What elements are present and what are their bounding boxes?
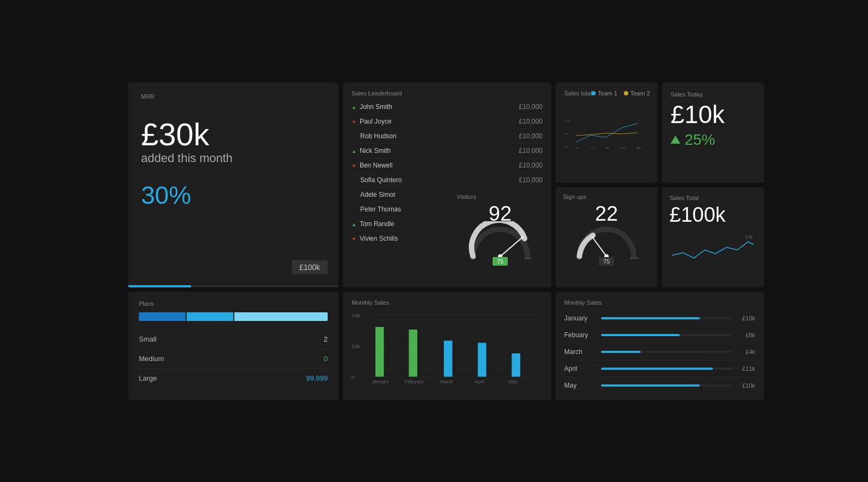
- svg-text:50%: 50%: [565, 132, 570, 135]
- monthly-right-row: May £10k: [564, 377, 755, 394]
- plans-seg-2: [187, 312, 233, 321]
- svg-text:Jan: Jan: [576, 146, 580, 149]
- plans-card: Plans Small 2 Medium 0 Large 99,999: [128, 292, 339, 400]
- sales-total-title: Sales Total: [669, 195, 756, 201]
- leaderboard-row: ▲Nick Smith£10,000: [352, 144, 542, 158]
- mrr-title: MRR: [141, 93, 326, 100]
- svg-text:20k: 20k: [352, 312, 360, 318]
- plans-title: Plans: [139, 300, 328, 307]
- visitors-gauge-svg: 0 100: [465, 221, 535, 259]
- svg-text:March: March: [440, 378, 454, 384]
- sales-today-card: Sales Today £10k 25%: [662, 82, 764, 183]
- plans-seg-1: [139, 312, 186, 321]
- svg-rect-25: [375, 326, 384, 376]
- svg-text:May: May: [508, 378, 518, 384]
- svg-text:0: 0: [352, 374, 355, 380]
- monthly-bars-svg: 20k 10k 0 January Feburary: [352, 310, 542, 386]
- monthly-sales-chart: 20k 10k 0 January Feburary: [352, 310, 542, 391]
- svg-text:May: May: [636, 146, 641, 149]
- svg-line-15: [592, 236, 607, 256]
- sparkline-container: 10k: [669, 231, 756, 266]
- svg-text:10k: 10k: [352, 343, 360, 349]
- signups-badge: 75: [599, 257, 614, 266]
- leaderboard-title: Sales Leaderboard: [352, 90, 542, 97]
- mrr-percent: 30%: [141, 181, 326, 210]
- signups-title: Sign ups: [563, 194, 650, 200]
- legend-dot-team2: [624, 91, 628, 95]
- plan-row-small: Small 2: [139, 330, 328, 349]
- svg-rect-26: [409, 329, 418, 376]
- plans-bar: [139, 312, 328, 321]
- visitors-gauge: 92 0 100 75: [457, 202, 544, 266]
- plan-row-medium: Medium 0: [139, 349, 328, 369]
- monthly-sales-card: Monthly Sales 20k 10k 0: [343, 292, 551, 400]
- today-trend: 25%: [671, 131, 755, 149]
- leaderboard-row: Sofia Quintero£10,000: [352, 173, 542, 188]
- sales-total-value: £100k: [669, 203, 756, 227]
- mrr-card: MRR £30k added this month 30% £100k: [128, 82, 339, 287]
- svg-text:0: 0: [577, 257, 580, 259]
- svg-text:Feburary: Feburary: [405, 378, 424, 384]
- leaderboard-row: ▼Ben Newell£10,000: [352, 158, 542, 173]
- svg-rect-28: [478, 343, 487, 377]
- svg-text:Mar: Mar: [605, 146, 610, 149]
- monthly-right-title: Monthly Sales: [564, 299, 755, 306]
- leaderboard-row: ▼Paul Joyce£10,000: [352, 114, 542, 129]
- mrr-bar: [128, 285, 191, 287]
- monthly-sales-title: Monthly Sales: [352, 299, 542, 306]
- svg-text:April: April: [621, 146, 626, 149]
- monthly-right-list: January £10k Febuary £8k March £4k April…: [564, 310, 755, 394]
- svg-text:10k: 10k: [745, 234, 753, 240]
- signups-card: Sign ups 22 0 100 75: [556, 187, 658, 287]
- leaderboard-row: Rob Hudson£10,000: [352, 129, 542, 144]
- today-amount: £10k: [671, 102, 755, 127]
- svg-text:Feb: Feb: [591, 146, 595, 149]
- visitors-value: 92: [489, 202, 512, 226]
- sales-line-chart: 100% 50% 0% Jan Feb Mar April May: [564, 99, 649, 169]
- legend-dot-team1: [591, 91, 596, 95]
- legend-team2: Team 2: [624, 90, 650, 97]
- signups-gauge: 22 0 100 75: [563, 202, 650, 266]
- plan-row-large: Large 99,999: [139, 369, 328, 388]
- today-title: Sales Today: [671, 91, 755, 98]
- visitors-badge: 75: [493, 257, 508, 266]
- dashboard: MRR £30k added this month 30% £100k Sale…: [119, 74, 749, 409]
- sales-total-big-card: Sales Total £100k 10k: [662, 187, 764, 287]
- svg-text:0: 0: [470, 257, 474, 259]
- monthly-right-row: April £11k: [564, 361, 755, 377]
- svg-text:0%: 0%: [565, 145, 568, 147]
- svg-rect-27: [444, 340, 452, 376]
- svg-text:January: January: [372, 378, 389, 384]
- svg-text:April: April: [475, 378, 484, 384]
- svg-text:100%: 100%: [565, 119, 571, 122]
- plans-seg-3: [234, 312, 328, 321]
- monthly-right-row: January £10k: [564, 310, 755, 327]
- sales-chart-card: Sales total Team 1 Team 2 100% 50% 0% Ja…: [556, 82, 658, 183]
- monthly-right-row: Febuary £8k: [564, 327, 755, 344]
- svg-text:100: 100: [524, 257, 533, 259]
- visitors-card: Visitors 92 0 100 75: [449, 187, 551, 287]
- monthly-right-card: Monthly Sales January £10k Febuary £8k M…: [556, 292, 764, 400]
- mrr-bar-bg: [128, 285, 339, 287]
- legend-team1: Team 1: [591, 90, 617, 97]
- leaderboard-row: ▲John Smith£10,000: [352, 100, 542, 114]
- sparkline-svg: 10k: [669, 231, 756, 264]
- signups-value: 22: [595, 202, 618, 226]
- signups-gauge-svg: 0 100: [571, 221, 642, 259]
- svg-line-11: [500, 236, 524, 256]
- svg-rect-29: [512, 353, 520, 376]
- mrr-subtitle: added this month: [141, 151, 326, 165]
- monthly-right-row: March £4k: [564, 344, 755, 361]
- visitors-title: Visitors: [457, 194, 544, 200]
- mrr-target: £100k: [292, 260, 328, 274]
- mrr-value: £30k: [141, 117, 326, 152]
- svg-text:100: 100: [630, 257, 639, 259]
- chart-legend: Team 1 Team 2: [591, 90, 650, 97]
- trend-arrow-icon: [671, 136, 680, 144]
